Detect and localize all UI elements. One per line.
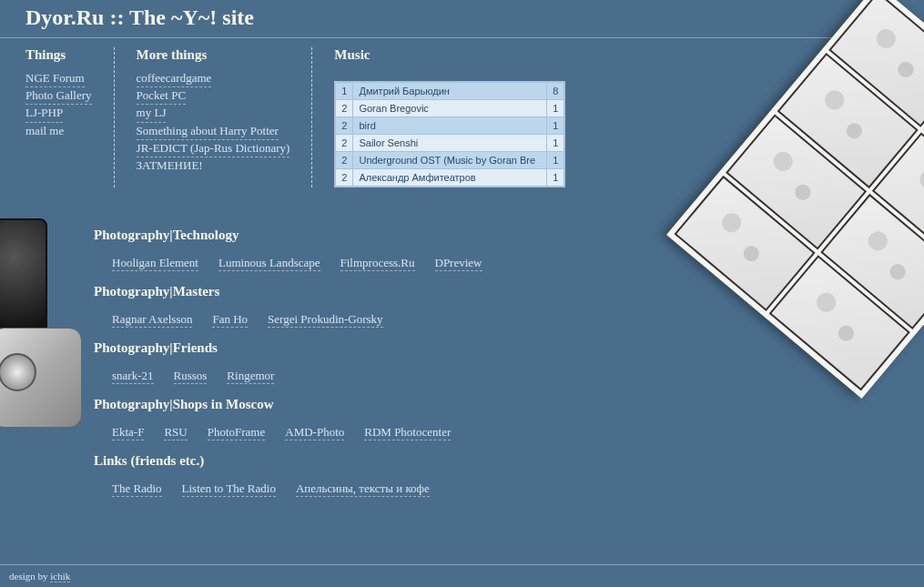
section-link[interactable]: DPreview — [435, 256, 482, 271]
col-things-heading: Things — [25, 47, 92, 63]
music-row[interactable]: 2Александр Амфитеатров1 — [335, 169, 564, 187]
section-link-row: The RadioListen to The RadioАпельсины, т… — [94, 480, 924, 497]
music-row-title: Underground OST (Music by Goran Bre — [353, 152, 547, 169]
section-link[interactable]: Ragnar Axelsson — [112, 312, 192, 328]
footer-prefix: design by — [9, 571, 50, 582]
music-row-title: Александр Амфитеатров — [353, 169, 547, 187]
section-heading: Links (friends etc.) — [94, 453, 924, 469]
music-row-num: 1 — [335, 82, 353, 100]
nav-link[interactable]: coffeecardgame — [137, 70, 212, 87]
header: Dyor.Ru :: The ~Y~! site — [0, 0, 924, 38]
music-row-count: 1 — [547, 152, 565, 169]
nav-link[interactable]: ЗАТМЕНИЕ! — [137, 157, 203, 174]
music-row-title: Goran Bregovic — [353, 100, 547, 117]
music-row-num: 2 — [335, 152, 353, 169]
nav-link[interactable]: Pocket PC — [137, 87, 187, 105]
col-music: Music 1Дмитрий Барьюдин82Goran Bregovic1… — [334, 47, 587, 187]
camera-dial — [0, 353, 36, 391]
music-row-count: 8 — [547, 82, 565, 100]
section-link[interactable]: PhotoFrame — [208, 425, 266, 440]
section-link-row: Ekta-FRSUPhotoFrameAMD-PhotoRDM Photocen… — [94, 423, 924, 440]
music-row-count: 1 — [547, 100, 565, 117]
section-link[interactable]: Ekta-F — [112, 425, 144, 440]
music-row[interactable]: 2Sailor Senshi1 — [335, 135, 564, 152]
section-link[interactable]: Listen to The Radio — [182, 481, 276, 497]
col-things: Things NGE ForumPhoto GalleryLJ-PHPmail … — [25, 47, 115, 187]
section-link[interactable]: Filmprocess.Ru — [340, 256, 415, 271]
section-link[interactable]: The Radio — [112, 481, 162, 497]
camera-image — [0, 218, 91, 437]
camera-lens — [0, 218, 47, 346]
music-row[interactable]: 2Goran Bregovic1 — [335, 100, 564, 117]
section-link[interactable]: Fan Ho — [212, 312, 248, 328]
nav-link[interactable]: Something about Harry Potter — [137, 123, 279, 140]
music-row-count: 1 — [547, 117, 565, 135]
music-row-count: 1 — [547, 135, 565, 152]
nav-link[interactable]: my LJ — [137, 105, 167, 122]
section-link[interactable]: AMD-Photo — [285, 425, 344, 440]
site-title: Dyor.Ru :: The ~Y~! site — [25, 5, 924, 30]
music-row-num: 2 — [335, 169, 353, 187]
nav-link[interactable]: Photo Gallery — [25, 87, 92, 105]
section-heading: Photography|Shops in Moscow — [94, 397, 924, 412]
music-row-num: 2 — [335, 100, 353, 117]
col-more-things: More things coffeecardgamePocket PCmy LJ… — [137, 47, 313, 187]
section-link[interactable]: Sergei Prokudin-Gorsky — [268, 312, 383, 328]
music-row[interactable]: 1Дмитрий Барьюдин8 — [335, 82, 564, 100]
section-link[interactable]: RDM Photocenter — [364, 425, 451, 440]
music-row-count: 1 — [547, 169, 565, 187]
section-link[interactable]: Luminous Landscape — [218, 256, 320, 271]
col-music-heading: Music — [334, 47, 565, 63]
section-link[interactable]: Russos — [174, 369, 208, 384]
col-more-things-heading: More things — [137, 47, 290, 63]
section-link[interactable]: Ringemor — [227, 369, 274, 384]
music-row[interactable]: 2bird1 — [335, 117, 564, 135]
col-more-things-links: coffeecardgamePocket PCmy LJSomething ab… — [137, 70, 290, 174]
music-row-title: Sailor Senshi — [353, 135, 547, 152]
music-row-title: bird — [353, 117, 547, 135]
nav-link[interactable]: JR-EDICT (Jap-Rus Dictionary) — [137, 140, 290, 157]
music-row-num: 2 — [335, 135, 353, 152]
footer: design by ichik — [0, 564, 924, 587]
nav-link[interactable]: LJ-PHP — [25, 105, 63, 122]
music-row[interactable]: 2Underground OST (Music by Goran Bre1 — [335, 152, 564, 169]
nav-link[interactable]: mail me — [25, 123, 64, 139]
col-things-links: NGE ForumPhoto GalleryLJ-PHPmail me — [25, 70, 92, 139]
music-table: 1Дмитрий Барьюдин82Goran Bregovic12bird1… — [334, 81, 565, 187]
section-link[interactable]: Апельсины, тексты и кофе — [296, 481, 430, 497]
music-row-num: 2 — [335, 117, 353, 135]
section-link-row: snark-21RussosRingemor — [94, 367, 924, 384]
section-link[interactable]: RSU — [164, 425, 187, 440]
music-row-title: Дмитрий Барьюдин — [353, 82, 547, 100]
section-link[interactable]: snark-21 — [112, 369, 154, 384]
nav-link[interactable]: NGE Forum — [25, 70, 85, 87]
section-link[interactable]: Hooligan Element — [112, 256, 198, 271]
footer-credit-link[interactable]: ichik — [50, 571, 70, 582]
